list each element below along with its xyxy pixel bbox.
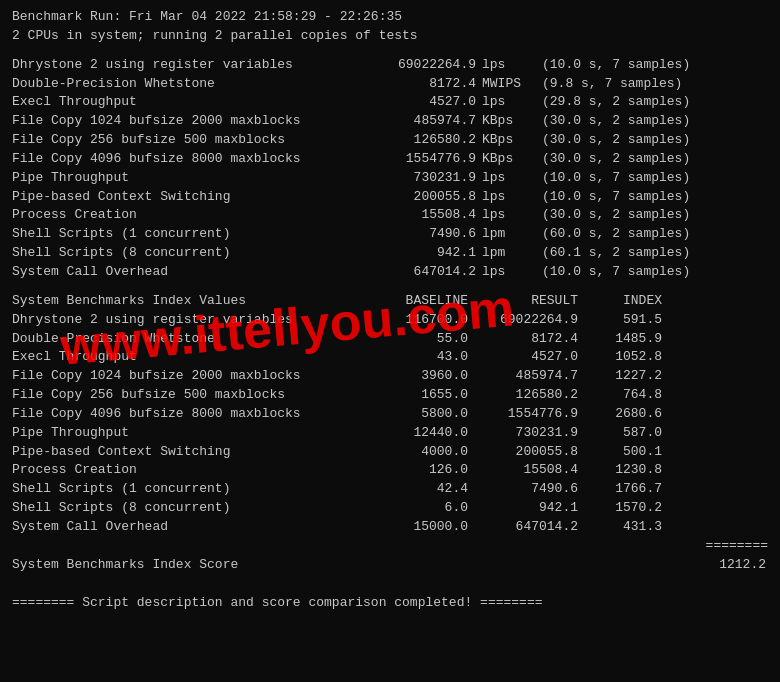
raw-result-value: 1554776.9 [372,150,482,169]
index-result-index: 591.5 [582,311,662,330]
index-result-result: 730231.9 [472,424,582,443]
raw-result-value: 7490.6 [372,225,482,244]
raw-result-row: File Copy 4096 bufsize 8000 maxblocks155… [12,150,768,169]
raw-result-value: 942.1 [372,244,482,263]
header-line2: 2 CPUs in system; running 2 parallel cop… [12,27,768,46]
raw-result-name: Execl Throughput [12,93,372,112]
raw-result-timing: (10.0 s, 7 samples) [542,188,690,207]
raw-result-unit: lps [482,93,542,112]
raw-results-section: Dhrystone 2 using register variables6902… [12,56,768,282]
index-result-row: File Copy 1024 bufsize 2000 maxblocks396… [12,367,768,386]
raw-result-timing: (9.8 s, 7 samples) [542,75,682,94]
raw-result-value: 200055.8 [372,188,482,207]
raw-result-name: System Call Overhead [12,263,372,282]
score-label: System Benchmarks Index Score [12,556,238,575]
raw-result-value: 8172.4 [372,75,482,94]
index-result-name: Shell Scripts (8 concurrent) [12,499,372,518]
index-result-row: Dhrystone 2 using register variables1167… [12,311,768,330]
index-result-index: 1485.9 [582,330,662,349]
index-header-row: System Benchmarks Index ValuesBASELINERE… [12,292,768,311]
raw-result-unit: lps [482,263,542,282]
raw-result-timing: (10.0 s, 7 samples) [542,169,690,188]
index-result-index: 2680.6 [582,405,662,424]
index-result-baseline: 42.4 [372,480,472,499]
index-result-result: 485974.7 [472,367,582,386]
raw-result-timing: (30.0 s, 2 samples) [542,150,690,169]
raw-result-value: 69022264.9 [372,56,482,75]
footer-line: ======== Script description and score co… [12,594,768,613]
raw-result-unit: KBps [482,150,542,169]
raw-result-row: Pipe-based Context Switching200055.8lps(… [12,188,768,207]
index-result-index: 500.1 [582,443,662,462]
index-result-name: File Copy 1024 bufsize 2000 maxblocks [12,367,372,386]
index-result-index: 1766.7 [582,480,662,499]
raw-result-unit: lps [482,169,542,188]
equals-divider: ======== [12,537,768,556]
index-result-result: 7490.6 [472,480,582,499]
index-result-result: 8172.4 [472,330,582,349]
index-result-result: 15508.4 [472,461,582,480]
raw-result-row: Shell Scripts (1 concurrent)7490.6lpm(60… [12,225,768,244]
index-result-name: Pipe-based Context Switching [12,443,372,462]
index-result-row: Shell Scripts (8 concurrent)6.0942.11570… [12,499,768,518]
raw-result-unit: lps [482,56,542,75]
raw-result-name: Process Creation [12,206,372,225]
raw-result-row: Shell Scripts (8 concurrent)942.1lpm(60.… [12,244,768,263]
raw-result-name: File Copy 4096 bufsize 8000 maxblocks [12,150,372,169]
raw-result-name: Pipe-based Context Switching [12,188,372,207]
raw-result-unit: lpm [482,244,542,263]
index-result-row: Shell Scripts (1 concurrent)42.47490.617… [12,480,768,499]
raw-result-timing: (30.0 s, 2 samples) [542,206,690,225]
raw-result-name: Shell Scripts (1 concurrent) [12,225,372,244]
index-result-baseline: 116700.0 [372,311,472,330]
raw-result-unit: lps [482,206,542,225]
raw-result-timing: (29.8 s, 2 samples) [542,93,690,112]
index-result-row: Pipe-based Context Switching4000.0200055… [12,443,768,462]
index-result-row: Execl Throughput43.04527.01052.8 [12,348,768,367]
raw-result-unit: lpm [482,225,542,244]
index-result-name: Double-Precision Whetstone [12,330,372,349]
index-result-row: Double-Precision Whetstone55.08172.41485… [12,330,768,349]
index-result-index: 1570.2 [582,499,662,518]
raw-result-value: 126580.2 [372,131,482,150]
raw-result-name: Shell Scripts (8 concurrent) [12,244,372,263]
index-result-row: Process Creation126.015508.41230.8 [12,461,768,480]
raw-result-timing: (10.0 s, 7 samples) [542,56,690,75]
index-result-index: 431.3 [582,518,662,537]
raw-result-row: File Copy 256 bufsize 500 maxblocks12658… [12,131,768,150]
index-result-index: 587.0 [582,424,662,443]
index-result-baseline: 12440.0 [372,424,472,443]
index-result-row: Pipe Throughput12440.0730231.9587.0 [12,424,768,443]
index-result-result: 69022264.9 [472,311,582,330]
index-result-result: 126580.2 [472,386,582,405]
raw-result-row: Double-Precision Whetstone8172.4MWIPS(9.… [12,75,768,94]
index-result-baseline: 3960.0 [372,367,472,386]
raw-result-name: Pipe Throughput [12,169,372,188]
index-result-baseline: 55.0 [372,330,472,349]
raw-result-row: System Call Overhead647014.2lps(10.0 s, … [12,263,768,282]
index-result-baseline: 15000.0 [372,518,472,537]
index-result-row: File Copy 256 bufsize 500 maxblocks1655.… [12,386,768,405]
index-result-baseline: 4000.0 [372,443,472,462]
raw-result-timing: (10.0 s, 7 samples) [542,263,690,282]
index-result-baseline: 1655.0 [372,386,472,405]
raw-result-value: 730231.9 [372,169,482,188]
index-result-result: 1554776.9 [472,405,582,424]
index-result-name: System Call Overhead [12,518,372,537]
index-result-result: 647014.2 [472,518,582,537]
raw-result-row: File Copy 1024 bufsize 2000 maxblocks485… [12,112,768,131]
index-result-result: 200055.8 [472,443,582,462]
raw-result-name: File Copy 256 bufsize 500 maxblocks [12,131,372,150]
raw-result-unit: KBps [482,131,542,150]
index-result-name: File Copy 256 bufsize 500 maxblocks [12,386,372,405]
index-result-name: Process Creation [12,461,372,480]
index-result-baseline: 5800.0 [372,405,472,424]
index-result-baseline: 43.0 [372,348,472,367]
raw-result-name: Dhrystone 2 using register variables [12,56,372,75]
raw-result-name: File Copy 1024 bufsize 2000 maxblocks [12,112,372,131]
score-line: System Benchmarks Index Score 1212.2 [12,556,768,575]
index-result-index: 1230.8 [582,461,662,480]
index-result-index: 1227.2 [582,367,662,386]
raw-result-timing: (30.0 s, 2 samples) [542,112,690,131]
index-result-index: 1052.8 [582,348,662,367]
